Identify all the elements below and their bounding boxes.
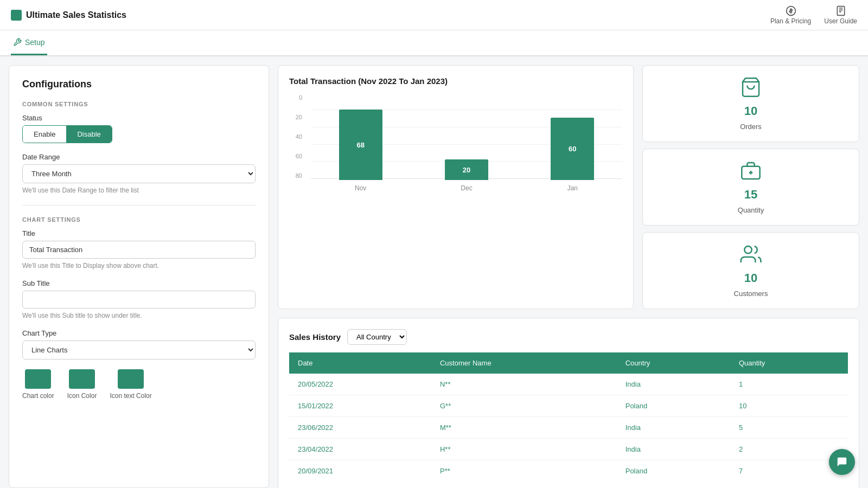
bar-dec-label: Dec	[461, 184, 472, 192]
icon-text-color-label: Icon text Color	[110, 392, 151, 400]
orders-icon	[740, 76, 762, 100]
country-filter-select[interactable]: All Country India Poland	[347, 329, 407, 345]
cell-country: India	[617, 374, 730, 395]
bar-jan: 60 Jan	[551, 118, 594, 192]
bar-dec: 20 Dec	[445, 159, 488, 192]
disable-button[interactable]: Disable	[66, 126, 111, 143]
table-row: 23/06/2022M**India5	[289, 417, 848, 439]
cell-country: India	[617, 417, 730, 439]
title-label: Title	[22, 229, 256, 237]
cell-date: 20/05/2022	[289, 374, 431, 395]
cell-country: India	[617, 439, 730, 460]
chart-color-group: Chart color	[22, 369, 54, 400]
table-header: Date Customer Name Country Quantity	[289, 352, 848, 374]
document-icon	[835, 5, 846, 16]
chart-stats-row: Total Transaction (Nov 2022 To Jan 2023)…	[278, 65, 859, 309]
user-guide-nav[interactable]: User Guide	[824, 5, 857, 25]
bars-container: 68 Nov 20 Dec 60 Jan	[311, 110, 622, 192]
cell-quantity: 5	[730, 417, 848, 439]
color-swatches: Chart color Icon Color Icon text Color	[22, 369, 256, 400]
stats-column: 10 Orders 15 Quantity	[642, 65, 859, 309]
main-content: Configurations COMMON SETTINGS Status En…	[0, 56, 868, 488]
customers-icon	[740, 243, 762, 267]
quantity-stat: 15 Quantity	[642, 149, 859, 226]
table-row: 15/01/2022G**Poland10	[289, 395, 848, 417]
orders-number: 10	[744, 104, 757, 118]
header-row: Date Customer Name Country Quantity	[289, 352, 848, 374]
cell-quantity: 10	[730, 395, 848, 417]
title-input[interactable]	[22, 241, 256, 259]
app-icon	[11, 10, 22, 21]
wrench-icon	[13, 38, 22, 47]
sales-history-card: Sales History All Country India Poland D…	[278, 318, 859, 488]
sales-title: Sales History	[289, 332, 341, 342]
orders-label: Orders	[740, 123, 762, 131]
cell-customer: P**	[431, 460, 617, 482]
icon-color-group: Icon Color	[67, 369, 97, 400]
subtitle-hint: We'll use this Sub title to show under t…	[22, 312, 256, 319]
customers-number: 10	[744, 271, 757, 285]
setup-tab[interactable]: Setup	[11, 30, 47, 55]
col-quantity: Quantity	[730, 352, 848, 374]
nav-right: Plan & Pricing User Guide	[770, 5, 857, 25]
date-range-hint: We'll use this Date Range to filter the …	[22, 187, 256, 194]
chart-type-label: Chart Type	[22, 329, 256, 337]
panel-title: Configurations	[22, 79, 256, 90]
date-range-select[interactable]: Three Month One Month Six Month One Year	[22, 164, 256, 183]
bars: 68 Nov 20 Dec 60 Jan	[311, 110, 622, 192]
chat-icon	[836, 456, 848, 468]
chart-type-select[interactable]: Line Charts Bar Charts Area Charts	[22, 341, 256, 359]
common-settings-label: COMMON SETTINGS	[22, 101, 256, 107]
cell-country: Poland	[617, 395, 730, 417]
orders-stat: 10 Orders	[642, 65, 859, 142]
icon-text-color-swatch[interactable]	[118, 369, 144, 389]
sales-table: Date Customer Name Country Quantity 20/0…	[289, 352, 848, 481]
cell-date: 15/01/2022	[289, 395, 431, 417]
col-customer: Customer Name	[431, 352, 617, 374]
enable-button[interactable]: Enable	[23, 126, 66, 143]
title-field: Title We'll use this Title to Display sh…	[22, 229, 256, 269]
chart-color-label: Chart color	[22, 392, 54, 400]
bar-nov-label: Nov	[355, 184, 366, 192]
title-hint: We'll use this Title to Display show abo…	[22, 262, 256, 269]
cell-customer: N**	[431, 374, 617, 395]
table-body: 20/05/2022N**India115/01/2022G**Poland10…	[289, 374, 848, 481]
y-axis: 80 60 40 20 0	[289, 94, 302, 192]
icon-color-label: Icon Color	[67, 392, 97, 400]
config-panel: Configurations COMMON SETTINGS Status En…	[9, 65, 269, 488]
top-nav: Ultimate Sales Statistics Plan & Pricing…	[0, 0, 868, 30]
quantity-label: Quantity	[738, 206, 764, 214]
divider-1	[22, 205, 256, 206]
bar-jan-label: Jan	[567, 184, 578, 192]
bar-nov-rect: 68	[339, 110, 382, 180]
date-range-field: Date Range Three Month One Month Six Mon…	[22, 153, 256, 194]
cell-customer: H**	[431, 439, 617, 460]
chart-title: Total Transaction (Nov 2022 To Jan 2023)	[289, 76, 622, 86]
chart-card: Total Transaction (Nov 2022 To Jan 2023)…	[278, 65, 634, 309]
chat-fab[interactable]	[829, 449, 855, 475]
chart-color-swatch[interactable]	[25, 369, 51, 389]
icon-color-swatch[interactable]	[69, 369, 95, 389]
cell-customer: G**	[431, 395, 617, 417]
status-field: Status Enable Disable	[22, 114, 256, 143]
right-panel: Total Transaction (Nov 2022 To Jan 2023)…	[278, 65, 859, 488]
quantity-icon	[740, 160, 762, 183]
chart-type-field: Chart Type Line Charts Bar Charts Area C…	[22, 329, 256, 359]
cell-customer: M**	[431, 417, 617, 439]
dollar-icon	[786, 5, 796, 16]
app-title: Ultimate Sales Statistics	[11, 10, 126, 21]
subtitle-input[interactable]	[22, 291, 256, 309]
cell-country: Poland	[617, 460, 730, 482]
customers-label: Customers	[734, 290, 768, 298]
status-toggle: Enable Disable	[22, 125, 112, 143]
bar-chart: 80 60 40 20 0	[289, 94, 622, 192]
col-country: Country	[617, 352, 730, 374]
cell-date: 20/09/2021	[289, 460, 431, 482]
cell-date: 23/06/2022	[289, 417, 431, 439]
sub-nav: Setup	[0, 30, 868, 56]
cell-quantity: 1	[730, 374, 848, 395]
customers-stat: 10 Customers	[642, 232, 859, 309]
sales-header: Sales History All Country India Poland	[289, 329, 848, 345]
plan-pricing-nav[interactable]: Plan & Pricing	[770, 5, 811, 25]
table-row: 20/09/2021P**Poland7	[289, 460, 848, 482]
